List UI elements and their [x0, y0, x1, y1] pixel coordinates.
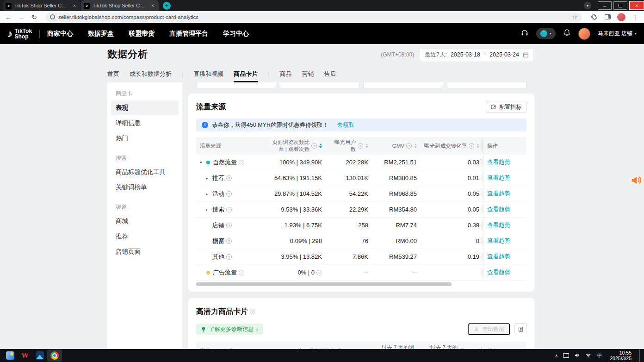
nav-item-affiliate[interactable]: 联盟带货: [129, 30, 155, 38]
col-7day-views[interactable]: 过去 7 天的浏览人数: [374, 344, 423, 349]
export-data-button[interactable]: 导出数据: [468, 323, 510, 335]
tab-growth-analytics[interactable]: 成长和数据分析: [130, 66, 172, 82]
info-icon[interactable]: [226, 254, 232, 260]
tab-search-icon[interactable]: ▾: [584, 2, 591, 9]
claim-coupon-link[interactable]: 去领取: [337, 121, 354, 129]
chevron-right-icon[interactable]: ▸: [206, 192, 212, 196]
tab-home[interactable]: 首页: [107, 66, 119, 82]
table-row-campaign[interactable]: ▸ 活动 29.87% | 104.52K 54.22K RM968.85 0.…: [196, 186, 526, 202]
sidebar-item-trending[interactable]: 热门: [111, 131, 179, 146]
sort-icons[interactable]: [365, 144, 368, 148]
sidebar-item-recommend[interactable]: 推荐: [111, 229, 179, 244]
view-trend-link[interactable]: 查看趋势: [487, 158, 510, 166]
col-7day-ctr[interactable]: 过去 7 天的商品点击率: [423, 344, 474, 349]
table-row-showcase[interactable]: 橱窗 0.09% | 298 76 RM0.00 0 查看趋势: [196, 233, 526, 249]
col-exposed-users[interactable]: 曝光用户数: [326, 137, 372, 155]
info-icon[interactable]: [226, 238, 232, 244]
close-button[interactable]: ×: [629, 1, 644, 10]
date-range-picker[interactable]: 最近7天: 2025-03-18 - 2025-03-24: [420, 48, 534, 61]
minimize-button[interactable]: –: [598, 1, 612, 10]
info-icon[interactable]: [239, 270, 244, 275]
info-icon[interactable]: [239, 160, 244, 165]
info-icon[interactable]: [226, 175, 232, 181]
diagnosis-info-link[interactable]: 了解更多诊断信息 ›: [196, 324, 263, 335]
network-icon[interactable]: [585, 352, 591, 359]
input-language-indicator[interactable]: 中: [596, 352, 602, 360]
taskbar-weather-app[interactable]: [3, 350, 18, 362]
view-trend-link[interactable]: 查看趋势: [487, 253, 510, 261]
notification-bell-icon[interactable]: [563, 29, 571, 38]
taskbar-photos-app[interactable]: [32, 350, 47, 362]
tray-expand-icon[interactable]: ∧: [555, 353, 558, 358]
table-row-shop[interactable]: 店铺 1.93% | 6.75K 258 RM7.74 0.39 查看趋势: [196, 218, 526, 233]
account-avatar[interactable]: [578, 28, 590, 40]
view-trend-link[interactable]: 查看趋势: [487, 268, 510, 276]
nav-item-live-platform[interactable]: 直播管理平台: [169, 30, 208, 38]
sort-icons[interactable]: [319, 144, 322, 148]
info-icon[interactable]: [316, 270, 322, 275]
info-icon[interactable]: [250, 309, 255, 314]
info-icon[interactable]: [469, 143, 474, 149]
chevron-down-icon[interactable]: ▾: [200, 160, 206, 165]
table-row-others[interactable]: 其他 3.95% | 13.82K 7.86K RM539.27 0.19 查看…: [196, 249, 526, 265]
table-row-search[interactable]: ▸ 搜索 9.53% | 33.36K 22.29K RM354.80 0.05…: [196, 202, 526, 218]
headset-support-icon[interactable]: [520, 29, 529, 39]
show-desktop-button[interactable]: [639, 349, 641, 362]
taskbar-wps-app[interactable]: W: [18, 350, 32, 362]
sidebar-item-shop-page[interactable]: 店铺页面: [111, 244, 179, 259]
view-trend-link[interactable]: 查看趋势: [487, 190, 510, 198]
chevron-right-icon[interactable]: ▸: [206, 207, 212, 212]
view-trend-link[interactable]: 查看趋势: [487, 174, 510, 182]
configure-metrics-button[interactable]: 配置指标: [486, 101, 526, 113]
col-conversion-rate[interactable]: 曝光到成交转化率: [421, 137, 483, 155]
tab-product-card[interactable]: 商品卡片: [234, 66, 258, 82]
account-name[interactable]: 马来西亚 店铺 ▾: [598, 30, 637, 37]
sidebar-item-keyword-ranking[interactable]: 关键词榜单: [111, 180, 179, 195]
table-row-ads[interactable]: 广告流量 0% | 0 -- -- 查看趋势: [196, 265, 526, 281]
browser-tab-2[interactable]: ♪ TikTok Shop Seller Center | Cra ×: [81, 0, 159, 11]
volume-icon[interactable]: [574, 352, 580, 359]
language-selector[interactable]: ▾: [536, 28, 556, 39]
sidebar-item-details[interactable]: 详细信息: [111, 116, 179, 131]
col-gmv[interactable]: GMV: [372, 137, 421, 155]
close-tab-icon[interactable]: ×: [149, 2, 156, 9]
extensions-puzzle-icon[interactable]: [589, 14, 598, 20]
browser-tab-1[interactable]: ♪ TikTok Shop Seller Center | Cr ×: [3, 0, 80, 11]
tab-live-video[interactable]: 直播和视频: [193, 66, 223, 82]
menu-kebab-icon[interactable]: ⋮: [631, 14, 639, 20]
browser-profile-avatar[interactable]: [617, 13, 625, 21]
table-row-organic[interactable]: ▾ 自然流量 100% | 349.90K 202.28K RM2,251.51…: [196, 155, 526, 170]
col-source[interactable]: 流量来源: [196, 137, 266, 155]
view-trend-link[interactable]: 查看趋势: [487, 206, 510, 213]
sort-icons[interactable]: [414, 144, 417, 148]
sidebar-item-performance[interactable]: 表现: [111, 100, 179, 115]
metric-notes-button[interactable]: [514, 323, 526, 335]
promo-float-button[interactable]: [629, 172, 643, 188]
forward-icon[interactable]: →: [18, 14, 25, 20]
tab-marketing[interactable]: 营销: [302, 66, 314, 82]
bookmark-star-icon[interactable]: ☆: [572, 14, 577, 20]
nav-item-data-compass[interactable]: 数据罗盘: [88, 30, 114, 38]
chevron-right-icon[interactable]: ▸: [206, 176, 212, 181]
info-icon[interactable]: [406, 143, 412, 149]
reload-icon[interactable]: ↻: [31, 14, 38, 20]
side-panel-icon[interactable]: [603, 14, 612, 19]
col-pageview-rate[interactable]: 页面浏览次数比率 | 观看次数: [266, 137, 326, 155]
tab-aftersale[interactable]: 售后: [324, 66, 336, 82]
maximize-button[interactable]: [613, 1, 627, 10]
info-icon[interactable]: [226, 191, 232, 197]
sidebar-item-title-optimizer[interactable]: 商品标题优化工具: [111, 165, 179, 180]
sort-icons[interactable]: [477, 144, 479, 148]
back-icon[interactable]: ←: [5, 14, 12, 20]
info-icon[interactable]: [358, 143, 363, 149]
site-info-icon[interactable]: [50, 14, 55, 19]
info-icon[interactable]: [226, 207, 232, 212]
new-tab-button[interactable]: +: [163, 2, 171, 10]
nav-item-seller-center[interactable]: 商家中心: [47, 30, 73, 38]
taskbar-clock[interactable]: 10:55 2025/3/25: [610, 350, 632, 361]
scrollbar-thumb[interactable]: [196, 282, 452, 286]
sidebar-item-mall[interactable]: 商城: [111, 214, 179, 229]
taskbar-chrome-app[interactable]: [47, 350, 62, 362]
tiktok-shop-logo[interactable]: ♪ TikTok Shop: [7, 28, 32, 39]
table-row-recommend[interactable]: ▸ 推荐 54.63% | 191.15K 130.01K RM380.85 0…: [196, 170, 526, 186]
